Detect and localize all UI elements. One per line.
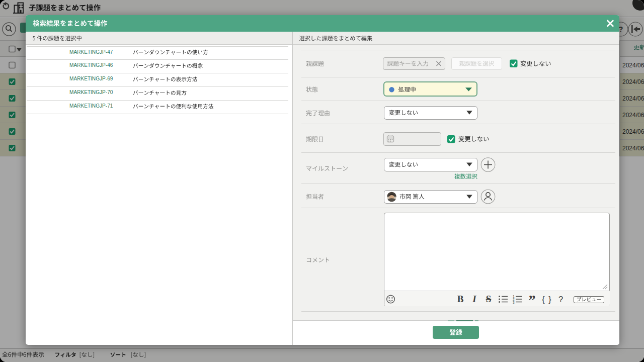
svg-text:B: B xyxy=(457,294,464,304)
svg-text:}: } xyxy=(548,295,551,304)
svg-text:3: 3 xyxy=(513,301,515,304)
svg-text:I: I xyxy=(472,294,476,304)
svg-text:S: S xyxy=(486,294,492,304)
svg-text:{: { xyxy=(542,295,545,304)
svg-text:”: ” xyxy=(529,292,536,308)
svg-text:?: ? xyxy=(558,295,563,304)
